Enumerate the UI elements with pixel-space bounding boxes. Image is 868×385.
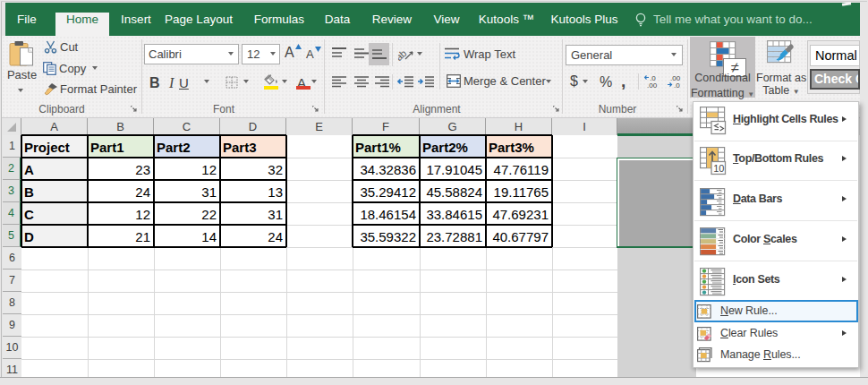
svg-text:ab: ab (398, 47, 409, 61)
svg-text:.0: .0 (674, 81, 680, 89)
svg-text:.00: .00 (647, 81, 658, 89)
svg-text:10: 10 (713, 163, 724, 174)
